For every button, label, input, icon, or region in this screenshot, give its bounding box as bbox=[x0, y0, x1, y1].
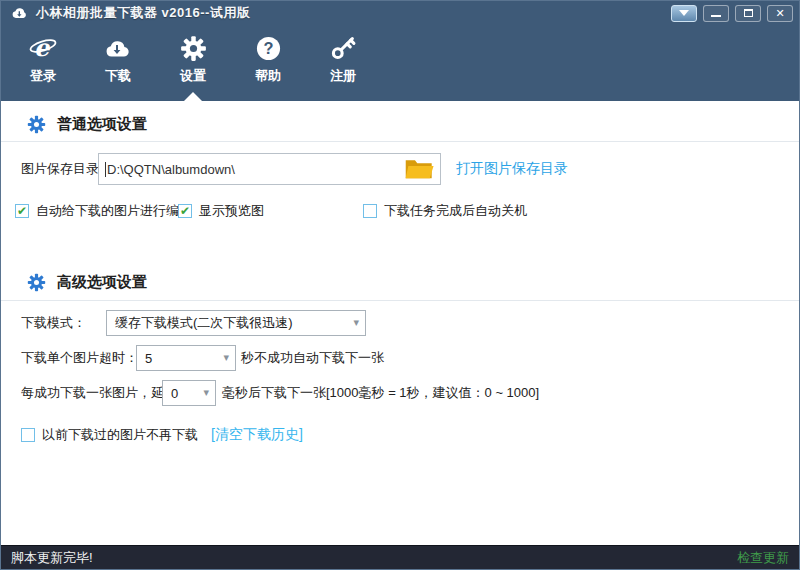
divider bbox=[1, 141, 799, 142]
toolbar-label-settings: 设置 bbox=[180, 67, 206, 85]
skip-downloaded-row: 以前下载过的图片不再下载 bbox=[21, 426, 198, 444]
svg-text:?: ? bbox=[263, 39, 273, 57]
titlebar-dropdown-button[interactable] bbox=[671, 5, 697, 22]
gear-icon bbox=[27, 273, 46, 292]
maximize-icon bbox=[744, 9, 753, 17]
timeout-value: 5 bbox=[145, 351, 152, 366]
save-dir-value: D:\QQTN\albumdown\ bbox=[105, 162, 404, 177]
delay-select[interactable]: 0 bbox=[162, 380, 216, 406]
auto-number-label: 自动给下载的图片进行编号 bbox=[36, 202, 192, 220]
timeout-select[interactable]: 5 bbox=[136, 345, 236, 371]
general-section-header: 普通选项设置 bbox=[27, 115, 147, 134]
close-icon: ✕ bbox=[775, 8, 784, 19]
delay-suffix: 毫秒后下载下一张[1000毫秒 = 1秒，建议值：0 ~ 1000] bbox=[222, 384, 539, 402]
header-chrome: 小林相册批量下载器 v2016--试用版 ✕ bbox=[1, 1, 799, 101]
window-title: 小林相册批量下载器 v2016--试用版 bbox=[36, 4, 250, 22]
statusbar: 脚本更新完毕! 检查更新 bbox=[1, 545, 799, 569]
check-update-link[interactable]: 检查更新 bbox=[737, 549, 789, 567]
clear-history-row: [清空下载历史] bbox=[211, 426, 303, 444]
key-icon bbox=[329, 34, 357, 62]
toolbar-label-login: 登录 bbox=[30, 67, 56, 85]
checkbox-auto-shutdown: 下载任务完成后自动关机 bbox=[363, 202, 527, 220]
advanced-section-title: 高级选项设置 bbox=[57, 273, 147, 292]
timeout-suffix: 秒不成功自动下载下一张 bbox=[241, 349, 384, 367]
maximize-button[interactable] bbox=[735, 5, 761, 22]
app-cloud-icon bbox=[11, 6, 29, 20]
general-section-title: 普通选项设置 bbox=[57, 115, 147, 134]
main-toolbar: e 登录 下载 bbox=[15, 28, 799, 90]
advanced-section-header: 高级选项设置 bbox=[27, 273, 147, 292]
divider bbox=[1, 300, 799, 301]
folder-icon[interactable] bbox=[404, 157, 434, 181]
minimize-button[interactable] bbox=[703, 5, 729, 22]
show-preview-checkbox[interactable] bbox=[178, 204, 192, 218]
minimize-icon bbox=[711, 15, 721, 17]
checkbox-show-preview: 显示预览图 bbox=[178, 202, 264, 220]
download-mode-row: 下载模式： bbox=[21, 310, 86, 336]
open-dir-link-row: 打开图片保存目录 bbox=[456, 153, 568, 185]
toolbar-item-register[interactable]: 注册 bbox=[315, 28, 371, 90]
titlebar: 小林相册批量下载器 v2016--试用版 ✕ bbox=[1, 1, 799, 25]
toolbar-label-register: 注册 bbox=[330, 67, 356, 85]
app-window: 小林相册批量下载器 v2016--试用版 ✕ bbox=[0, 0, 800, 570]
timeout-suffix-row: 秒不成功自动下载下一张 bbox=[241, 345, 384, 371]
chevron-down-icon bbox=[679, 10, 689, 16]
skip-downloaded-checkbox[interactable] bbox=[21, 428, 35, 442]
toolbar-item-settings[interactable]: 设置 bbox=[165, 28, 221, 90]
close-button[interactable]: ✕ bbox=[767, 5, 793, 22]
auto-shutdown-checkbox[interactable] bbox=[363, 204, 377, 218]
timeout-row: 下载单个图片超时： bbox=[21, 345, 138, 371]
auto-shutdown-label: 下载任务完成后自动关机 bbox=[384, 202, 527, 220]
download-mode-label: 下载模式： bbox=[21, 314, 86, 332]
toolbar-label-help: 帮助 bbox=[255, 67, 281, 85]
gear-icon bbox=[179, 34, 207, 62]
toolbar-label-download: 下载 bbox=[105, 67, 131, 85]
save-dir-input[interactable]: D:\QQTN\albumdown\ bbox=[98, 153, 441, 185]
download-mode-select[interactable]: 缓存下载模式(二次下载很迅速) bbox=[106, 310, 366, 336]
help-icon: ? bbox=[254, 34, 282, 62]
toolbar-item-help[interactable]: ? 帮助 bbox=[240, 28, 296, 90]
open-save-dir-link[interactable]: 打开图片保存目录 bbox=[456, 160, 568, 178]
skip-downloaded-label: 以前下载过的图片不再下载 bbox=[42, 426, 198, 444]
status-message: 脚本更新完毕! bbox=[11, 549, 93, 567]
cloud-download-icon bbox=[104, 34, 132, 62]
checkbox-auto-number: 自动给下载的图片进行编号 bbox=[15, 202, 192, 220]
active-tab-notch bbox=[184, 92, 202, 101]
ie-browser-icon: e bbox=[29, 34, 57, 62]
timeout-label: 下载单个图片超时： bbox=[21, 349, 138, 367]
settings-panel: 普通选项设置 图片保存目录： D:\QQTN\albumdown\ 打开图片保存… bbox=[1, 101, 799, 545]
download-mode-value: 缓存下载模式(二次下载很迅速) bbox=[115, 314, 293, 332]
delay-suffix-row: 毫秒后下载下一张[1000毫秒 = 1秒，建议值：0 ~ 1000] bbox=[222, 380, 539, 406]
toolbar-item-login[interactable]: e 登录 bbox=[15, 28, 71, 90]
delay-value: 0 bbox=[171, 386, 178, 401]
clear-history-link[interactable]: [清空下载历史] bbox=[211, 426, 303, 444]
gear-icon bbox=[27, 115, 46, 134]
toolbar-item-download[interactable]: 下载 bbox=[90, 28, 146, 90]
window-controls: ✕ bbox=[671, 5, 793, 22]
auto-number-checkbox[interactable] bbox=[15, 204, 29, 218]
show-preview-label: 显示预览图 bbox=[199, 202, 264, 220]
